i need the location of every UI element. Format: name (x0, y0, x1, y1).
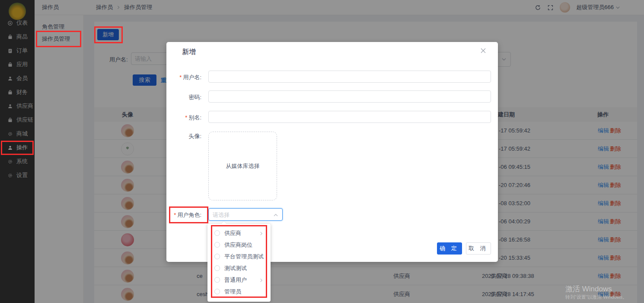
modal-alias-input[interactable] (208, 111, 491, 123)
radio-icon (214, 242, 220, 248)
radio-icon (214, 289, 220, 294)
required-marker: * (174, 212, 176, 218)
modal-password-input[interactable] (208, 90, 491, 103)
role-dropdown: 供应商供应商岗位平台管理员测试测试测试普通用户管理员 (207, 224, 271, 302)
modal-title: 新增 (182, 48, 196, 57)
media-library-picker[interactable]: 从媒体库选择 (208, 132, 277, 200)
role-option-label: 供应商岗位 (224, 241, 252, 249)
role-option-1[interactable]: 供应商岗位 (207, 239, 271, 251)
confirm-button[interactable]: 确 定 (437, 242, 462, 255)
media-picker-label: 从媒体库选择 (226, 162, 260, 170)
role-option-label: 供应商 (224, 229, 241, 237)
required-marker: * (179, 74, 182, 81)
modal-username-input[interactable] (208, 71, 491, 83)
modal-username-label: *用户名: (147, 74, 201, 81)
chevron-right-icon (259, 277, 264, 282)
role-option-5[interactable]: 管理员 (207, 286, 271, 297)
role-select[interactable]: 请选择 (208, 208, 283, 221)
role-option-3[interactable]: 测试测试 (207, 262, 271, 274)
modal-password-label: 密码: (147, 93, 201, 101)
radio-icon (214, 277, 220, 283)
radio-icon (214, 265, 220, 271)
modal-avatar-label: 头像: (147, 132, 201, 140)
required-marker: * (185, 114, 187, 121)
cancel-button[interactable]: 取 消 (466, 242, 491, 255)
role-option-2[interactable]: 平台管理员测试 (207, 251, 271, 262)
close-icon[interactable] (480, 47, 487, 54)
role-option-0[interactable]: 供应商 (207, 227, 271, 239)
radio-icon (214, 230, 220, 236)
role-option-4[interactable]: 普通用户 (207, 274, 271, 286)
radio-icon (214, 254, 220, 259)
role-option-label: 管理员 (224, 288, 241, 296)
modal-role-label: *用户角色: (147, 211, 201, 219)
role-option-label: 普通用户 (224, 276, 247, 284)
role-option-label: 测试测试 (224, 264, 247, 272)
chevron-right-icon (259, 231, 264, 235)
role-option-label: 平台管理员测试 (224, 253, 264, 261)
chevron-up-icon (273, 213, 278, 218)
modal-alias-label: *别名: (147, 114, 201, 122)
app-root: 仪表商品订单应用会员财务供应商供应链商城操作系统设置 操作员 角色管理 操作员管… (0, 0, 644, 303)
role-select-placeholder: 请选择 (213, 211, 230, 219)
